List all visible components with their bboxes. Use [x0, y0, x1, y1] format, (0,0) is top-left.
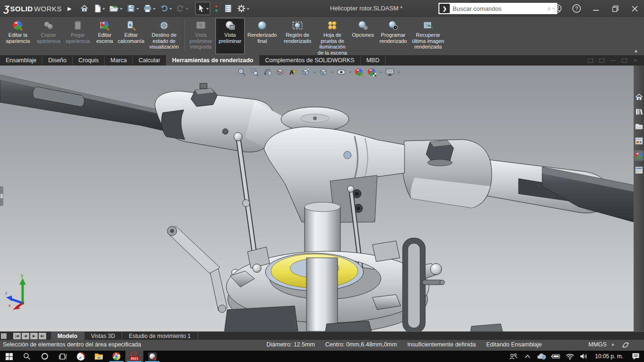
mast-front[interactable] — [306, 258, 338, 331]
tab-calcular[interactable]: Calcular — [133, 55, 166, 66]
anti-rotation-bracket[interactable] — [403, 238, 445, 331]
zoom-to-area-icon[interactable] — [249, 67, 260, 77]
tab-croquis[interactable]: Croquis — [73, 55, 105, 66]
search-input[interactable] — [450, 5, 548, 12]
taskbar-search-button[interactable] — [18, 351, 36, 362]
edit-appearance-button[interactable]: Editar la apariencia — [2, 18, 34, 54]
restore-button[interactable] — [611, 4, 620, 13]
measurement-readout: Diámetro: 12.5mm Centro: 0mm,6.48mm,0mm … — [266, 341, 542, 348]
doc-cascade-icon[interactable] — [588, 58, 593, 63]
wifi-icon[interactable] — [563, 354, 577, 360]
section-view-icon[interactable] — [275, 67, 285, 77]
minimize-button[interactable] — [591, 4, 601, 13]
scene-illumination-proof-button[interactable]: Hoja de prueba de iluminación de la esce… — [315, 18, 349, 54]
apply-scene-icon[interactable] — [367, 67, 377, 77]
recall-last-image-button[interactable]: Recuperar última imagen renderizada — [410, 18, 446, 54]
display-state-target-button[interactable]: Destino de estado de visualización — [145, 18, 183, 54]
rebuild-button[interactable] — [212, 2, 221, 15]
first-tab-button[interactable]: |◀ — [13, 333, 21, 339]
solidworks-status-icon[interactable] — [621, 341, 630, 349]
model-3d-helicopter-rotor[interactable] — [0, 66, 644, 331]
view-palette-icon[interactable] — [634, 136, 644, 146]
undo-button[interactable]: ▾ — [158, 2, 173, 15]
3d-views-tab[interactable]: Vistas 3D — [84, 332, 122, 340]
action-center-icon[interactable] — [627, 353, 644, 360]
doc-maximize-icon[interactable] — [622, 58, 627, 63]
ribbon-render-tools: Editar la apariencia Copiar apariencia P… — [0, 17, 644, 55]
help-icon[interactable]: ? — [572, 4, 581, 13]
motion-study-tab[interactable]: Estudio de movimiento 1 — [122, 332, 198, 340]
view-settings-icon[interactable] — [385, 67, 395, 77]
bellcrank-linkage-left[interactable] — [167, 226, 227, 313]
tab-scroll-corner[interactable] — [1, 333, 7, 339]
file-properties-button[interactable] — [223, 2, 234, 15]
hide-show-items-icon[interactable] — [336, 67, 347, 77]
logo-flyout-arrow[interactable]: ▶ — [67, 6, 71, 12]
open-button[interactable]: ▾ — [107, 2, 124, 15]
custom-properties-icon[interactable] — [634, 165, 644, 175]
view-orientation-icon[interactable] — [300, 67, 311, 77]
onedrive-cloud-icon[interactable] — [535, 353, 549, 360]
blade-grip-right[interactable] — [402, 140, 492, 208]
tab-mbd[interactable]: MBD — [361, 55, 386, 66]
tab-herramientas-de-renderizado[interactable]: Herramientas de renderizado — [166, 55, 259, 66]
command-search: ❯ ⌕ ▾ — [438, 3, 557, 14]
clock[interactable]: 10:05 p. m. — [591, 353, 627, 360]
taskbar-app-chrome[interactable] — [107, 351, 125, 362]
graphics-area[interactable]: A ▾ ▾ ▾ ▾ ▾ y — [0, 66, 644, 331]
rotor-blade-right[interactable] — [474, 158, 644, 225]
tray-chevron-icon[interactable] — [520, 354, 535, 358]
save-button[interactable]: ▾ — [125, 2, 140, 15]
panel-splitter-handle[interactable] — [0, 186, 3, 206]
taskbar-app-media[interactable] — [72, 351, 90, 362]
battery-charging-icon[interactable] — [549, 354, 563, 359]
render-region-button[interactable]: Región de renderizado — [280, 18, 315, 54]
design-library-icon[interactable] — [634, 107, 644, 117]
model-tab[interactable]: Modelo — [51, 332, 84, 340]
taskbar-app-file-explorer[interactable] — [90, 351, 107, 362]
file-explorer-tab-icon[interactable] — [634, 121, 644, 132]
previous-tab-button[interactable]: ◀ — [22, 333, 29, 339]
solidworks-resources-home-icon[interactable] — [634, 92, 644, 102]
edit-appearance-hud-icon[interactable] — [354, 67, 364, 77]
cortana-button[interactable] — [36, 351, 54, 362]
zoom-to-fit-icon[interactable] — [237, 67, 247, 77]
doc-restore-icon[interactable] — [599, 58, 604, 63]
dynamic-annotation-views-icon[interactable]: A — [288, 67, 298, 77]
account-icon[interactable] — [553, 4, 562, 13]
close-button[interactable] — [630, 4, 639, 13]
volume-icon[interactable] — [577, 353, 591, 360]
tab-complementos-solidworks[interactable]: Complementos de SOLIDWORKS — [259, 55, 361, 66]
search-icon[interactable]: ⌕ — [548, 5, 551, 12]
taskbar-app-cad-viewer[interactable] — [143, 351, 161, 362]
rotor-blade-left[interactable] — [0, 75, 173, 133]
start-button[interactable] — [0, 351, 18, 362]
home-button[interactable] — [78, 2, 91, 15]
tab-marca[interactable]: Marca — [105, 55, 133, 66]
taskbar-app-solidworks[interactable]: 2021 — [125, 351, 143, 362]
select-tool-button[interactable]: ▾ — [195, 2, 210, 15]
last-tab-button[interactable]: ▶| — [39, 333, 46, 339]
task-view-button[interactable] — [54, 351, 72, 362]
preview-window-button[interactable]: Vista preliminar — [215, 18, 245, 54]
edit-decal-button[interactable]: Editar calcomanía — [117, 18, 145, 54]
appearances-scenes-icon[interactable] — [634, 150, 644, 161]
tab-ensamblaje[interactable]: Ensamblaje — [0, 55, 42, 66]
new-document-button[interactable]: ▾ — [92, 2, 106, 15]
tab-diseno[interactable]: Diseño — [42, 55, 73, 66]
display-style-icon[interactable] — [318, 67, 329, 77]
options-button[interactable]: ▾ — [235, 2, 250, 15]
print-button[interactable]: ▾ — [141, 2, 157, 15]
edit-scene-button[interactable]: Editar escena — [92, 18, 117, 54]
next-tab-button[interactable]: ▶ — [30, 333, 38, 339]
people-icon[interactable] — [506, 353, 520, 360]
ribbon-collapse-chevron[interactable]: ▲ — [634, 48, 638, 53]
doc-close-icon[interactable]: ✕ — [633, 58, 637, 63]
schedule-render-button[interactable]: Programar renderizado — [377, 18, 410, 54]
units-selector[interactable]: MMGS — [588, 341, 607, 348]
final-render-button[interactable]: Renderizado final — [245, 18, 280, 54]
doc-minimize-icon[interactable] — [611, 60, 616, 61]
units-caret-icon[interactable]: ▲ — [611, 342, 615, 346]
render-options-button[interactable]: Opciones — [349, 18, 377, 54]
previous-view-icon[interactable] — [262, 67, 272, 77]
